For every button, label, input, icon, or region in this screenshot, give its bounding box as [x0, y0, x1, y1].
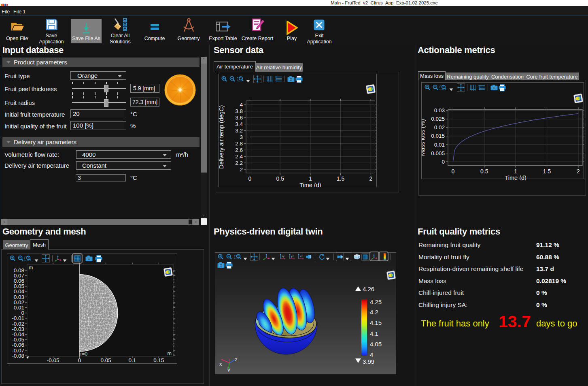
svg-text:xy: xy — [282, 254, 285, 258]
svg-text:-0.08: -0.08 — [12, 353, 24, 359]
svg-text:0.5: 0.5 — [276, 175, 284, 182]
svg-text:2.8: 2.8 — [235, 141, 243, 147]
svg-text:4: 4 — [240, 102, 243, 108]
svg-text:0.025: 0.025 — [431, 116, 445, 122]
svg-text:xz: xz — [300, 254, 303, 258]
svg-text:3.8: 3.8 — [235, 108, 243, 114]
svg-text:0.01: 0.01 — [434, 142, 445, 148]
svg-text:2: 2 — [240, 166, 243, 173]
svg-text:m: m — [29, 265, 33, 271]
svg-text:Delivery air temp (degC): Delivery air temp (degC) — [219, 105, 225, 169]
svg-text:m: m — [168, 351, 172, 356]
svg-text:1.5: 1.5 — [337, 175, 345, 182]
svg-text:1.5: 1.5 — [543, 168, 551, 175]
svg-text:yz: yz — [291, 254, 294, 258]
svg-text:0.1: 0.1 — [129, 357, 136, 363]
svg-text:2.2: 2.2 — [235, 160, 243, 166]
svg-text:3: 3 — [240, 134, 243, 140]
svg-text:0.15: 0.15 — [153, 357, 164, 363]
svg-text:z: z — [235, 356, 238, 363]
svg-text:0: 0 — [442, 159, 445, 165]
svg-text:0.05: 0.05 — [101, 357, 111, 363]
svg-text:Time (d): Time (d) — [299, 182, 321, 187]
svg-text:0.02: 0.02 — [434, 124, 445, 130]
svg-text:Mass loss (%): Mass loss (%) — [422, 119, 426, 156]
svg-text:0: 0 — [78, 357, 81, 363]
svg-text:0: 0 — [452, 168, 455, 175]
svg-text:3.6: 3.6 — [235, 115, 243, 121]
svg-text:2: 2 — [577, 168, 580, 175]
svg-text:r=0: r=0 — [80, 351, 87, 357]
svg-text:3.4: 3.4 — [235, 121, 243, 127]
svg-text:x: x — [219, 361, 222, 367]
svg-text:0.015: 0.015 — [431, 133, 445, 139]
svg-text:2.6: 2.6 — [235, 147, 243, 153]
svg-text:0: 0 — [248, 175, 252, 182]
svg-text:0.03: 0.03 — [434, 107, 445, 113]
svg-text:Time (d): Time (d) — [505, 175, 526, 180]
svg-text:1: 1 — [514, 168, 517, 175]
svg-text:1: 1 — [309, 175, 312, 182]
svg-text:y: y — [227, 367, 230, 372]
svg-text:2: 2 — [369, 175, 372, 182]
svg-text:-0.05: -0.05 — [47, 357, 59, 363]
svg-text:3.2: 3.2 — [235, 128, 243, 134]
svg-text:0.5: 0.5 — [480, 168, 488, 175]
svg-text:2.4: 2.4 — [235, 154, 243, 160]
svg-text:0.005: 0.005 — [431, 150, 445, 156]
